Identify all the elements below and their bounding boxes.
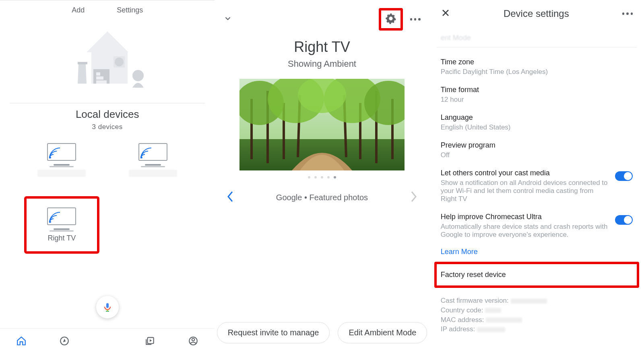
device-grid: Right TV — [0, 131, 215, 262]
device-label: Right TV — [47, 234, 76, 242]
local-devices-count: 3 devices — [0, 123, 215, 131]
dot[interactable] — [314, 176, 317, 179]
device-label-blurred — [37, 170, 86, 177]
device-tile[interactable] — [24, 139, 99, 185]
edit-ambient-button[interactable]: Edit Ambient Mode — [338, 322, 427, 343]
ambient-mode-row-partial: ent Mode — [437, 31, 637, 45]
divider — [437, 47, 637, 47]
svg-point-11 — [50, 157, 51, 158]
setting-value: Pacific Daylight Time (Los Angeles) — [441, 68, 633, 76]
meta-value-blurred — [486, 318, 522, 322]
mic-button[interactable] — [96, 296, 119, 318]
setting-help-improve[interactable]: Help improve Chromecast Ultra Automatica… — [437, 208, 637, 244]
dot[interactable] — [327, 176, 330, 179]
meta-label: Country code: — [441, 306, 483, 314]
learn-more-link[interactable]: Learn More — [437, 244, 637, 257]
setting-title: Time format — [441, 86, 633, 94]
svg-point-13 — [50, 221, 51, 223]
setting-value: English (United States) — [441, 123, 633, 131]
svg-point-3 — [115, 57, 124, 66]
chevron-right-icon — [410, 191, 417, 203]
setting-value: 12 hour — [441, 96, 633, 104]
chevron-left-icon — [227, 191, 234, 203]
account-icon[interactable] — [188, 336, 198, 346]
toggle-help-improve[interactable] — [615, 215, 633, 225]
meta-label: IP address: — [441, 325, 475, 333]
device-settings-button[interactable] — [379, 8, 403, 31]
home-tabs: Add Settings — [0, 0, 215, 20]
close-icon — [441, 8, 450, 18]
device-action-buttons: Request invite to manage Edit Ambient Mo… — [215, 322, 429, 343]
svg-rect-6 — [96, 76, 103, 80]
setting-title: Factory reset device — [441, 271, 633, 279]
setting-timezone[interactable]: Time zone Pacific Daylight Time (Los Ang… — [437, 53, 637, 81]
svg-point-22 — [192, 338, 195, 341]
device-status: Showing Ambient — [215, 59, 429, 69]
setting-timeformat[interactable]: Time format 12 hour — [437, 81, 637, 109]
setting-title: Preview program — [441, 141, 633, 150]
cast-device-icon — [47, 207, 76, 228]
svg-point-10 — [132, 70, 144, 81]
setting-value: Off — [441, 151, 633, 159]
local-devices-heading: Local devices — [0, 108, 215, 121]
setting-value: Show a notification on all Android devic… — [441, 179, 608, 203]
svg-marker-0 — [87, 31, 128, 52]
svg-point-12 — [141, 157, 142, 158]
separator — [10, 103, 205, 103]
dot[interactable] — [321, 176, 323, 179]
device-title: Right TV — [215, 39, 429, 55]
dot-active[interactable] — [334, 176, 336, 179]
tab-settings[interactable]: Settings — [117, 6, 143, 14]
home-illustration — [0, 27, 215, 92]
setting-title: Help improve Chromecast Ultra — [441, 213, 608, 221]
setting-value: Automatically share device stats and cra… — [441, 223, 608, 239]
mic-icon — [103, 302, 112, 312]
setting-preview-program[interactable]: Preview program Off — [437, 136, 637, 164]
collapse-chevron-icon[interactable] — [223, 14, 232, 25]
svg-marker-20 — [150, 339, 152, 342]
cast-device-icon — [138, 143, 167, 164]
svg-rect-14 — [106, 303, 109, 308]
svg-rect-9 — [78, 62, 87, 64]
meta-value-blurred — [511, 299, 547, 304]
bottom-nav — [0, 328, 215, 353]
device-tile[interactable] — [116, 139, 191, 185]
carousel-next[interactable] — [410, 191, 417, 204]
meta-label: Cast firmware version: — [441, 297, 509, 304]
device-meta: Cast firmware version: Country code: MAC… — [437, 293, 637, 334]
svg-rect-7 — [96, 80, 107, 84]
dot[interactable] — [308, 176, 310, 179]
more-menu-icon[interactable] — [410, 18, 421, 21]
more-menu-icon[interactable] — [622, 12, 633, 15]
svg-rect-5 — [96, 72, 100, 76]
cast-device-icon — [47, 143, 76, 164]
carousel-prev[interactable] — [227, 191, 234, 204]
meta-value-blurred — [485, 308, 501, 313]
setting-title: Language — [441, 113, 633, 122]
factory-reset-button[interactable]: Factory reset device — [434, 262, 639, 288]
page-title: Device settings — [504, 8, 569, 19]
request-invite-button[interactable]: Request invite to manage — [217, 322, 330, 343]
meta-value-blurred — [477, 327, 505, 332]
svg-marker-8 — [78, 64, 87, 84]
media-icon[interactable] — [145, 336, 155, 346]
svg-marker-18 — [63, 339, 66, 342]
explore-icon[interactable] — [59, 336, 70, 346]
setting-language[interactable]: Language English (United States) — [437, 109, 637, 136]
toggle-cast-control[interactable] — [615, 171, 633, 181]
gear-icon — [385, 13, 396, 24]
device-tile-right-tv[interactable]: Right TV — [24, 196, 99, 254]
setting-title: Time zone — [441, 58, 633, 66]
ambient-preview-image — [239, 79, 405, 170]
photo-caption: Google • Featured photos — [276, 193, 368, 202]
setting-title: Let others control your cast media — [441, 169, 608, 177]
setting-cast-control[interactable]: Let others control your cast media Show … — [437, 164, 637, 208]
close-button[interactable] — [441, 8, 450, 19]
tab-add[interactable]: Add — [72, 6, 85, 14]
device-label-blurred — [129, 170, 177, 177]
meta-label: MAC address: — [441, 316, 484, 324]
home-icon[interactable] — [16, 336, 27, 346]
